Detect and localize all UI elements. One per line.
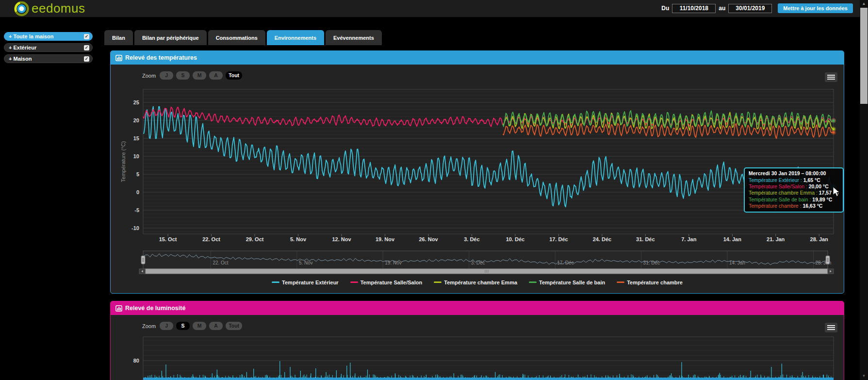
checkbox-toute-la-maison[interactable]: ✓ bbox=[84, 34, 89, 39]
checkbox-exterieur[interactable]: ✓ bbox=[84, 45, 89, 50]
svg-text:5: 5 bbox=[136, 171, 139, 177]
zoom-controls: ZoomJSMATout bbox=[142, 322, 242, 330]
svg-text:15: 15 bbox=[133, 135, 139, 141]
zoom-button-m[interactable]: M bbox=[193, 71, 206, 80]
zoom-button-s[interactable]: S bbox=[176, 71, 190, 80]
date-from-label: Du bbox=[661, 5, 669, 12]
legend-item-temp-rature-ext-rieur[interactable]: Température Extérieur bbox=[272, 280, 339, 285]
tooltip-row: Température Salle/Salon : 20,00 °C bbox=[749, 183, 839, 190]
tab-bar: Bilan Bilan par périphérique Consommatio… bbox=[104, 30, 854, 45]
tooltip-row: Température chambre : 16,63 °C bbox=[749, 203, 839, 209]
legend-dash bbox=[529, 281, 537, 283]
legend-dash bbox=[350, 281, 358, 283]
zoom-button-tout[interactable]: Tout bbox=[226, 322, 242, 330]
series-temp-rature-ext-rieur bbox=[143, 106, 834, 210]
temperature-panel: Relevé des températures ZoomJSMATout -10… bbox=[110, 50, 844, 294]
temperature-chart-svg[interactable]: -10-50510152025Température (°C)15. Oct22… bbox=[111, 65, 844, 293]
chart-legend: Température ExtérieurTempérature Salle/S… bbox=[111, 276, 844, 285]
legend-dash bbox=[434, 281, 442, 283]
svg-text:5. Nov: 5. Nov bbox=[290, 236, 307, 242]
tooltip-row: Température Salle de bain : 19,89 °C bbox=[749, 197, 839, 203]
tooltip-title: Mercredi 30 Jan 2019 – 08:00:00 bbox=[749, 170, 839, 176]
luminosity-panel: Relevé de luminosité ZoomJSMATout 80 bbox=[110, 301, 844, 380]
checkbox-maison[interactable]: ✓ bbox=[84, 56, 89, 62]
tab-environnements[interactable]: Environnements bbox=[267, 30, 324, 45]
svg-text:26. Nov: 26. Nov bbox=[419, 236, 438, 242]
zoom-button-a[interactable]: A bbox=[209, 322, 223, 330]
sidebar-item-toute-la-maison[interactable]: + Toute la maison ✓ bbox=[4, 32, 93, 41]
zoom-label: Zoom bbox=[142, 73, 156, 79]
zoom-button-j[interactable]: J bbox=[160, 322, 173, 330]
chart-tooltip: Mercredi 30 Jan 2019 – 08:00:00Températu… bbox=[744, 167, 844, 213]
main-content: Bilan Bilan par périphérique Consommatio… bbox=[104, 30, 854, 380]
svg-text:22. Oct: 22. Oct bbox=[202, 236, 220, 242]
date-to-label: au bbox=[719, 5, 725, 12]
luminosity-chart-area: ZoomJSMATout 80 bbox=[111, 315, 844, 380]
update-data-button[interactable]: Mettre à jour les données bbox=[778, 3, 853, 13]
y-axis-labels: -10-50510152025 bbox=[131, 99, 139, 231]
legend-label: Température Extérieur bbox=[282, 280, 339, 285]
svg-text:24. Déc: 24. Déc bbox=[593, 236, 612, 242]
svg-text:20: 20 bbox=[133, 117, 139, 123]
date-from-input[interactable] bbox=[672, 4, 716, 13]
sidebar-item-label: + Maison bbox=[9, 56, 32, 62]
zoom-button-s[interactable]: S bbox=[176, 322, 190, 330]
svg-text:15. Oct: 15. Oct bbox=[159, 236, 177, 242]
tooltip-row: Température chambre Emma : 17,57 °C bbox=[749, 190, 839, 196]
svg-text:22. Oct: 22. Oct bbox=[213, 260, 228, 265]
y-axis-label: 80 bbox=[133, 358, 139, 363]
chart-context-menu-icon[interactable] bbox=[825, 72, 837, 82]
svg-text:17. Déc: 17. Déc bbox=[549, 236, 568, 242]
tab-evenements[interactable]: Evévennements bbox=[326, 30, 382, 45]
zoom-controls: ZoomJSMATout bbox=[142, 71, 242, 80]
scrollbar-thumb[interactable] bbox=[860, 8, 868, 104]
bar-chart-icon bbox=[115, 305, 122, 312]
mouse-cursor bbox=[833, 186, 841, 198]
tab-bilan[interactable]: Bilan bbox=[104, 30, 133, 45]
legend-label: Température chambre Emma bbox=[444, 280, 517, 285]
svg-text:25: 25 bbox=[133, 99, 139, 105]
chart-context-menu-icon[interactable] bbox=[825, 323, 837, 332]
navigator-handle bbox=[141, 256, 145, 264]
date-to-input[interactable] bbox=[728, 4, 772, 13]
svg-text:29. Oct: 29. Oct bbox=[246, 236, 264, 242]
bar-chart-icon bbox=[115, 55, 122, 61]
scrollbar-down-icon[interactable]: ▼ bbox=[860, 372, 868, 380]
sidebar-item-exterieur[interactable]: + Extérieur ✓ bbox=[4, 43, 93, 52]
eedomus-logo-icon bbox=[14, 0, 30, 17]
temperature-panel-header: Relevé des températures bbox=[111, 51, 844, 65]
svg-text:7. Jan: 7. Jan bbox=[681, 236, 696, 242]
luminosity-panel-header: Relevé de luminosité bbox=[111, 301, 844, 315]
logo-text: eedomus bbox=[32, 1, 85, 16]
zoom-button-j[interactable]: J bbox=[160, 71, 173, 80]
zoom-button-a[interactable]: A bbox=[209, 71, 223, 80]
page-scrollbar[interactable]: ▲ ▼ bbox=[860, 0, 868, 380]
svg-text:-10: -10 bbox=[131, 225, 139, 231]
zoom-button-m[interactable]: M bbox=[193, 322, 206, 330]
tab-consommations[interactable]: Consommations bbox=[208, 30, 265, 45]
x-axis-labels: 15. Oct22. Oct29. Oct5. Nov12. Nov19. No… bbox=[159, 234, 828, 242]
svg-text:31. Déc: 31. Déc bbox=[636, 236, 655, 242]
chart-scrollbar bbox=[139, 269, 834, 274]
svg-text:17. Déc: 17. Déc bbox=[557, 260, 573, 265]
legend-item-temp-rature-chambre-emma[interactable]: Température chambre Emma bbox=[434, 280, 517, 285]
sidebar-item-maison[interactable]: + Maison ✓ bbox=[4, 54, 93, 63]
zoom-button-tout[interactable]: Tout bbox=[226, 71, 242, 80]
legend-label: Température Salle/Salon bbox=[360, 280, 423, 285]
navigator: 22. Oct5. Nov19. Nov3. Déc17. Déc31. Déc… bbox=[141, 251, 831, 269]
legend-label: Température chambre bbox=[627, 280, 683, 285]
legend-item-temp-rature-chambre[interactable]: Température chambre bbox=[617, 280, 683, 285]
legend-item-temp-rature-salle-salon[interactable]: Température Salle/Salon bbox=[350, 280, 423, 285]
svg-text:0: 0 bbox=[136, 189, 139, 195]
date-range-controls: Du au Mettre à jour les données bbox=[661, 3, 853, 13]
tab-bilan-par-peripherique[interactable]: Bilan par périphérique bbox=[134, 30, 207, 45]
svg-text:-5: -5 bbox=[134, 207, 139, 213]
panel-title: Relevé de luminosité bbox=[125, 305, 185, 312]
panel-title: Relevé des températures bbox=[125, 54, 197, 61]
svg-text:10: 10 bbox=[133, 153, 139, 159]
sidebar-item-label: + Extérieur bbox=[9, 45, 36, 50]
scrollbar-up-icon[interactable]: ▲ bbox=[860, 0, 868, 8]
svg-text:5. Nov: 5. Nov bbox=[299, 260, 313, 265]
series-lines bbox=[143, 106, 834, 210]
legend-item-temp-rature-salle-de-bain[interactable]: Température Salle de bain bbox=[529, 280, 605, 285]
